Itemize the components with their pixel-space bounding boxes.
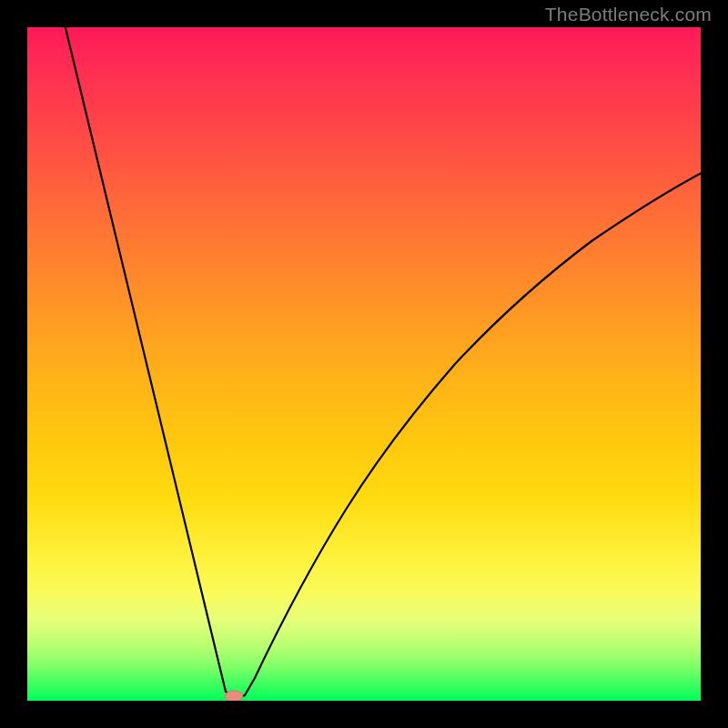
plot-area — [27, 27, 701, 701]
minimum-marker — [225, 691, 243, 701]
chart-stage: TheBottleneck.com — [0, 0, 728, 728]
watermark-text: TheBottleneck.com — [545, 4, 712, 25]
curve-layer — [27, 27, 701, 701]
bottleneck-curve-path — [61, 27, 701, 697]
